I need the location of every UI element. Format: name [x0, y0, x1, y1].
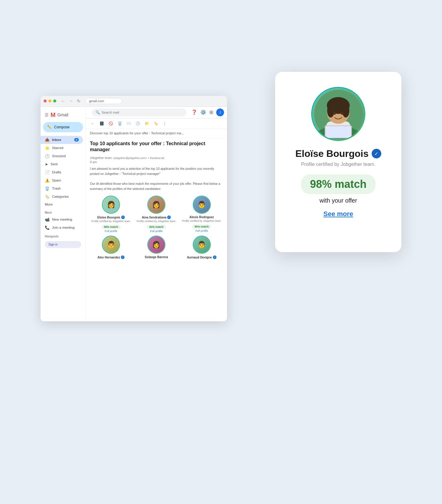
- hangouts-section-title: Hangouts: [41, 232, 85, 239]
- alex-name: Alex Hernandez ✓: [90, 255, 132, 259]
- eloise-verified-icon: ✓: [121, 215, 125, 219]
- trash-label: Trash: [52, 187, 61, 190]
- candidate-eloise: 👩 Eloise Bourgois ✓ Profile certified by…: [90, 196, 132, 233]
- email-body: I am pleased to send you a selection of …: [86, 166, 227, 191]
- refresh-icon[interactable]: ↻: [76, 98, 81, 104]
- starred-label: Starred: [52, 146, 63, 150]
- gmail-window: ← → ↻ gmail.com ☰ M Gmail ✏️ Compose: [41, 96, 227, 321]
- browser-nav: ← → ↻: [60, 98, 81, 104]
- eloise-full-profile[interactable]: Full profile: [90, 230, 132, 233]
- gmail-search-bar[interactable]: 🔍: [92, 108, 186, 116]
- gmail-main: 🔍 ❓ ⚙️ ⊞ J ← 🗄️ 🚫 🗑️ ✉️: [86, 107, 227, 321]
- search-input[interactable]: [102, 111, 143, 114]
- candidate-aina: 👩 Aina Sendratiana ✓ Profile certified b…: [135, 196, 178, 233]
- settings-icon[interactable]: ⚙️: [200, 109, 206, 115]
- gmail-logo-text: Gmail: [57, 112, 69, 117]
- candidate-alex: 👨 Alex Hernandez ✓: [90, 236, 132, 259]
- alexis-avatar-inner: 👨: [193, 196, 210, 213]
- mark-unread-icon[interactable]: ✉️: [125, 120, 132, 127]
- forward-arrow[interactable]: →: [68, 98, 74, 104]
- sidebar-item-spam[interactable]: ⚠️ Spam: [41, 176, 83, 185]
- back-arrow[interactable]: ←: [60, 98, 66, 104]
- sidebar-item-inbox[interactable]: 📥 Inbox 3: [41, 136, 83, 144]
- gmail-logo-area: ☰ M Gmail: [41, 110, 85, 122]
- eloise-name: Eloise Bourgois ✓: [90, 215, 132, 219]
- sender-name: Jobgether team: [90, 156, 112, 160]
- join-meeting-label: Join a meeting: [52, 226, 75, 229]
- avatar[interactable]: J: [216, 108, 224, 116]
- aurnaud-avatar: 👨: [193, 236, 211, 254]
- email-paragraph-1: I am pleased to send you a selection of …: [90, 166, 223, 176]
- svg-rect-10: [326, 126, 351, 138]
- aurnaud-name: Aurnaud Devigne ✓: [180, 255, 223, 259]
- sidebar-item-new-meeting[interactable]: 📹 New meeting: [41, 215, 83, 224]
- profile-cert-text: Profile certified by Jobgether team.: [301, 162, 375, 167]
- sidebar-item-snoozed[interactable]: 🕐 Snoozed: [41, 152, 83, 160]
- sent-label: Sent: [51, 162, 58, 166]
- archive-icon[interactable]: 🗄️: [98, 120, 105, 127]
- sent-icon: ➤: [45, 162, 48, 166]
- categories-label: Categories: [52, 195, 69, 198]
- more-options-icon[interactable]: ⋮: [161, 120, 168, 127]
- snooze-icon[interactable]: 🕐: [134, 120, 141, 127]
- see-more-link[interactable]: See more: [323, 210, 353, 218]
- email-title: Top 10 applicants for your offer : Techn…: [90, 141, 223, 153]
- sidebar-item-starred[interactable]: ⭐ Starred: [41, 144, 83, 152]
- label-icon[interactable]: 🏷️: [152, 120, 159, 127]
- dot-red[interactable]: [44, 99, 47, 102]
- aina-full-profile[interactable]: Full profile: [135, 230, 178, 233]
- aina-avatar: 👩: [147, 196, 165, 214]
- candidate-alexis: 👨 Alexis Rodriguez Profile certified by …: [180, 196, 223, 233]
- solange-avatar-inner: 👩: [148, 236, 165, 253]
- report-icon[interactable]: 🚫: [107, 120, 114, 127]
- aurnaud-verified-icon: ✓: [213, 255, 216, 259]
- sidebar-item-sent[interactable]: ➤ Sent: [41, 160, 83, 168]
- sidebar-item-categories[interactable]: 🏷️ Categories: [41, 193, 83, 201]
- grid-icon[interactable]: ⊞: [209, 109, 213, 115]
- new-meeting-icon: 📹: [45, 217, 50, 222]
- candidate-solange: 👩 Solange Barrera: [135, 236, 178, 259]
- aina-name: Aina Sendratiana ✓: [135, 215, 178, 219]
- back-to-list-icon[interactable]: ←: [89, 120, 96, 127]
- sidebar-item-trash[interactable]: 🗑️ Trash: [41, 185, 83, 193]
- sidebar-item-join-meeting[interactable]: 📞 Join a meeting: [41, 224, 83, 232]
- compose-button[interactable]: ✏️ Compose: [43, 122, 83, 132]
- more-label: More: [45, 203, 53, 206]
- email-header: Top 10 applicants for your offer : Techn…: [86, 138, 227, 166]
- hamburger-icon[interactable]: ☰: [45, 112, 49, 117]
- sidebar-item-more[interactable]: More: [41, 201, 83, 208]
- alex-verified-icon: ✓: [121, 255, 124, 259]
- aina-avatar-inner: 👩: [148, 196, 165, 213]
- trash-icon: 🗑️: [45, 186, 50, 191]
- eloise-avatar-inner: 👩: [103, 196, 119, 213]
- email-time: 9 am: [90, 160, 223, 164]
- compose-plus-icon: ✏️: [47, 125, 52, 129]
- sign-in-button[interactable]: Sign in: [45, 241, 81, 248]
- move-icon[interactable]: 📁: [143, 120, 150, 127]
- svg-point-5: [327, 104, 334, 118]
- alexis-match: 90% match: [192, 225, 211, 229]
- aina-match: 93% match: [147, 225, 166, 229]
- alex-avatar: 👨: [102, 236, 120, 254]
- categories-icon: 🏷️: [45, 194, 50, 199]
- aina-cert: Profile certified by Jobgether team.: [135, 220, 178, 223]
- dot-yellow[interactable]: [48, 99, 51, 102]
- sender-email: <jobgether@jobgether.com> > theadout.de: [113, 157, 164, 160]
- alexis-name: Alexis Rodriguez: [180, 215, 223, 219]
- browser-bar: ← → ↻ gmail.com: [41, 96, 227, 107]
- solange-name: Solange Barrera: [135, 255, 178, 259]
- match-subtitle: with your offer: [319, 197, 357, 204]
- candidates-grid: 👩 Eloise Bourgois ✓ Profile certified by…: [86, 191, 227, 263]
- alex-avatar-inner: 👨: [103, 236, 119, 253]
- help-icon[interactable]: ❓: [191, 109, 197, 115]
- profile-card: Eloïse Bourgois ✓ Profile certified by J…: [275, 72, 401, 252]
- gmail-sidebar: ☰ M Gmail ✏️ Compose 📥 Inbox 3 ⭐ Starred: [41, 107, 86, 321]
- alexis-cert: Profile certified by Jobgether team.: [180, 219, 223, 223]
- alexis-full-profile[interactable]: Full profile: [180, 229, 223, 232]
- eloise-cert: Profile certified by Jobgether team.: [90, 220, 132, 223]
- sidebar-item-drafts[interactable]: 📄 Drafts: [41, 168, 83, 176]
- delete-icon[interactable]: 🗑️: [116, 120, 123, 127]
- address-bar[interactable]: gmail.com: [86, 98, 122, 104]
- eloise-match: 98% match: [102, 225, 121, 229]
- dot-green[interactable]: [53, 99, 56, 102]
